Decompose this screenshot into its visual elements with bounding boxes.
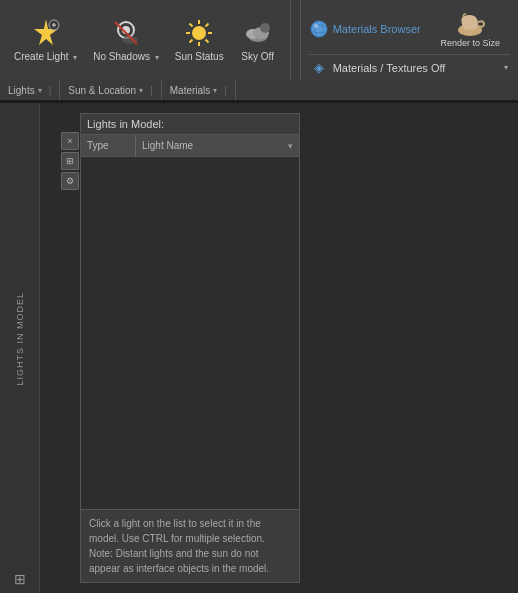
sun-location-section <box>291 0 301 80</box>
sun-location-dropdown-icon: ▾ <box>139 86 143 95</box>
materials-strip-label: Materials <box>170 85 211 96</box>
materials-textures-row[interactable]: ◈ Materials / Textures Off ▾ <box>309 59 510 76</box>
svg-point-24 <box>314 24 318 28</box>
left-splitter: LIGHTS IN MODEL ⊞ <box>0 103 40 593</box>
no-shadows-button[interactable]: No Shadows ▾ <box>85 13 166 67</box>
lights-strip-separator: | <box>49 85 52 96</box>
lights-table-body[interactable] <box>81 157 299 509</box>
sort-arrow-icon: ▾ <box>288 141 293 151</box>
panel-header: Lights in Model: <box>81 114 299 135</box>
materials-browser-icon <box>309 19 329 39</box>
svg-line-16 <box>206 24 209 27</box>
materials-strip-item[interactable]: Materials ▾ | <box>162 80 236 100</box>
render-icon <box>454 10 486 40</box>
materials-strip-separator: | <box>224 85 227 96</box>
materials-section: Materials Browser Render to Size <box>301 0 518 80</box>
panel-side-controls: × ⊞ ⚙ <box>61 132 79 190</box>
sun-strip-separator: | <box>150 85 153 96</box>
no-shadows-dropdown-icon: ▾ <box>155 53 159 62</box>
col-name-header: Light Name ▾ <box>136 140 299 151</box>
create-light-button[interactable]: Create Light ▾ <box>6 13 85 67</box>
svg-point-21 <box>311 21 327 37</box>
sky-off-button[interactable]: Sky Off <box>232 13 284 67</box>
materials-browser-row: Materials Browser Render to Size <box>309 4 510 55</box>
sky-svg <box>243 18 273 48</box>
render-to-size-button[interactable]: Render to Size <box>430 6 510 52</box>
create-light-label: Create Light ▾ <box>14 51 77 63</box>
sun-location-strip-item[interactable]: Sun & Location ▾ | <box>60 80 161 100</box>
svg-point-8 <box>192 26 206 40</box>
sun-status-label: Sun Status <box>175 51 224 63</box>
svg-line-14 <box>206 40 209 43</box>
lights-in-model-side-label: LIGHTS IN MODEL <box>15 292 25 386</box>
toolbar: Create Light ▾ No Shadows ▾ <box>0 0 518 103</box>
lights-section: Create Light ▾ No Shadows ▾ <box>0 0 291 80</box>
materials-strip-dropdown-icon: ▾ <box>213 86 217 95</box>
lights-strip-dropdown-icon: ▾ <box>38 86 42 95</box>
lights-panel-title: Lights in Model: <box>87 118 164 130</box>
sky-off-label: Sky Off <box>241 51 274 63</box>
svg-line-15 <box>190 40 193 43</box>
textures-dropdown-icon: ▾ <box>504 63 508 72</box>
sun-svg <box>184 18 214 48</box>
create-light-icon <box>30 17 62 49</box>
lights-strip-item[interactable]: Lights ▾ | <box>0 80 60 100</box>
lights-panel-info: Click a light on the list to select it i… <box>81 509 299 582</box>
no-shadows-icon <box>110 17 142 49</box>
sky-off-icon <box>242 17 274 49</box>
sun-status-icon <box>183 17 215 49</box>
textures-icon: ◈ <box>311 60 327 75</box>
no-shadows-label: No Shadows ▾ <box>93 51 158 63</box>
sun-location-strip-label: Sun & Location <box>68 85 136 96</box>
panel-bottom-icon[interactable]: ⊞ <box>14 571 26 587</box>
materials-textures-label: Materials / Textures Off <box>333 62 446 74</box>
lights-in-model-panel: × ⊞ ⚙ Lights in Model: Type Light Name ▾… <box>80 113 300 583</box>
svg-point-20 <box>260 23 270 33</box>
toolbar-bottom-strip: Lights ▾ | Sun & Location ▾ | Materials … <box>0 80 518 102</box>
materials-browser-link[interactable]: Materials Browser <box>333 23 421 35</box>
lights-strip-label: Lights <box>8 85 35 96</box>
render-to-size-label: Render to Size <box>440 38 500 48</box>
svg-line-13 <box>190 24 193 27</box>
panel-gear-btn[interactable]: ⚙ <box>61 172 79 190</box>
toolbar-top: Create Light ▾ No Shadows ▾ <box>0 0 518 80</box>
panel-pin-btn[interactable]: ⊞ <box>61 152 79 170</box>
create-light-svg <box>30 17 62 49</box>
lights-table: Type Light Name ▾ <box>81 135 299 509</box>
lights-panel-side-label-wrap[interactable]: LIGHTS IN MODEL <box>15 107 25 571</box>
panel-close-side-btn[interactable]: × <box>61 132 79 150</box>
table-header: Type Light Name ▾ <box>81 135 299 157</box>
sun-status-button[interactable]: Sun Status <box>167 13 232 67</box>
create-light-dropdown-icon: ▾ <box>73 53 77 62</box>
teapot-svg <box>454 10 486 38</box>
sphere-icon <box>310 20 328 38</box>
no-shadows-svg <box>111 18 141 48</box>
col-type-header[interactable]: Type <box>81 135 136 156</box>
main-content: LIGHTS IN MODEL ⊞ × ⊞ ⚙ Lights in Model:… <box>0 103 518 593</box>
